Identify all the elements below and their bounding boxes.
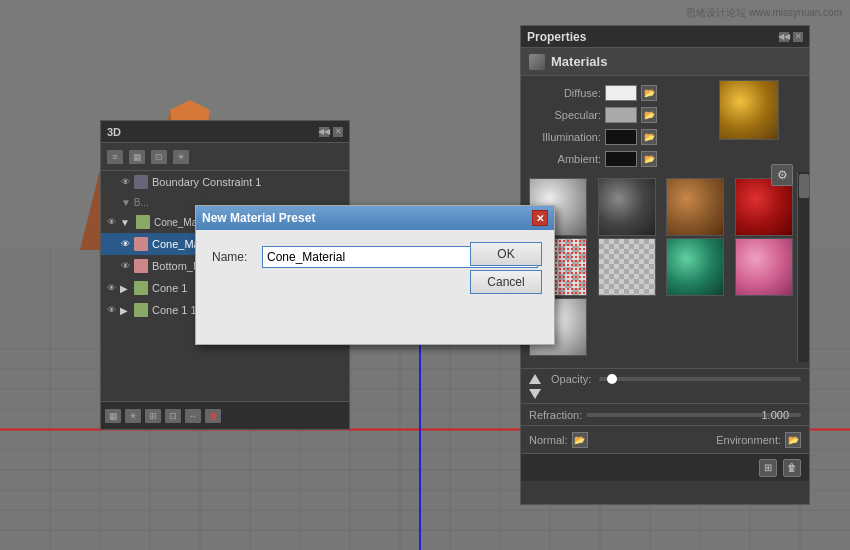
- props-close-btn[interactable]: ✕: [793, 32, 803, 42]
- opacity-section: Opacity:: [521, 368, 809, 403]
- modal-ok-btn[interactable]: OK: [470, 242, 542, 266]
- modal-name-label: Name:: [212, 250, 254, 264]
- ambient-swatch[interactable]: [605, 151, 637, 167]
- mat-cell-6[interactable]: [598, 238, 656, 296]
- normal-env-row: Normal: 📂 Environment: 📂: [521, 425, 809, 453]
- refraction-row: Refraction: 1.000: [521, 403, 809, 425]
- materials-gear-btn[interactable]: ⚙: [771, 164, 793, 186]
- mat-cell-7[interactable]: [666, 238, 724, 296]
- specular-swatch[interactable]: [605, 107, 637, 123]
- props-collapse-btn[interactable]: ◀◀: [779, 32, 789, 42]
- properties-bottom-toolbar: ⊞ 🗑: [521, 453, 809, 481]
- mat-scrollbar[interactable]: [797, 172, 809, 362]
- constraint-icon: [134, 175, 148, 189]
- list-item[interactable]: 👁 Boundary Constraint 1: [101, 171, 349, 193]
- props-icon-btn-2[interactable]: 🗑: [783, 459, 801, 477]
- cone11-label: Cone 1 1: [152, 304, 197, 316]
- mat-cell-3[interactable]: [666, 178, 724, 236]
- item-label: Boundary Constraint 1: [152, 176, 261, 188]
- properties-title: Properties: [527, 30, 586, 44]
- opacity-slider[interactable]: [599, 377, 801, 381]
- materials-title: Materials: [551, 54, 607, 69]
- mat-eye-icon[interactable]: 👁: [121, 239, 130, 249]
- properties-header: Properties ◀◀ ✕: [521, 26, 809, 48]
- bottom-mat-eye[interactable]: 👁: [121, 261, 130, 271]
- panel-collapse-btn[interactable]: ◀◀: [319, 127, 329, 137]
- material-grid: [521, 172, 809, 362]
- diffuse-folder-btn[interactable]: 📂: [641, 85, 657, 101]
- ambient-folder-btn[interactable]: 📂: [641, 151, 657, 167]
- add-scene-icon[interactable]: ▦: [105, 409, 121, 423]
- diffuse-swatch[interactable]: [605, 85, 637, 101]
- modal-close-btn[interactable]: ✕: [532, 210, 548, 226]
- preview-ball: [719, 80, 779, 140]
- modal-buttons: OK Cancel: [470, 242, 542, 294]
- props-header-controls: ◀◀ ✕: [779, 32, 803, 42]
- add-mesh-icon[interactable]: ⊞: [145, 409, 161, 423]
- opacity-triangle-down[interactable]: [529, 389, 541, 399]
- cone1-eye[interactable]: 👁: [107, 283, 116, 293]
- mat-pink: [736, 239, 792, 295]
- specular-folder-btn[interactable]: 📂: [641, 107, 657, 123]
- eye-icon[interactable]: 👁: [107, 217, 116, 227]
- illumination-swatch[interactable]: [605, 129, 637, 145]
- illumination-folder-btn[interactable]: 📂: [641, 129, 657, 145]
- environment-label: Environment:: [716, 434, 781, 446]
- illumination-label: Illumination:: [529, 131, 601, 143]
- panel-3d-bottom-toolbar: ▦ ☀ ⊞ ⊡ ↔ 🗑: [101, 401, 349, 429]
- cone11-eye[interactable]: 👁: [107, 305, 116, 315]
- refraction-value: 1.000: [761, 409, 789, 421]
- env-folder-btn[interactable]: 📂: [785, 432, 801, 448]
- cone-icon: [136, 215, 150, 229]
- materials-section-header: Materials: [521, 48, 809, 76]
- diffuse-label: Diffuse:: [529, 87, 601, 99]
- mat-wood: [667, 179, 723, 235]
- materials-icon: [529, 54, 545, 70]
- cone1-icon: [134, 281, 148, 295]
- delete-icon[interactable]: 🗑: [205, 409, 221, 423]
- ambient-row: Ambient: 📂: [521, 148, 809, 170]
- ambient-label: Ambient:: [529, 153, 601, 165]
- panel-3d-toolbar: ≡ ▦ ⊡ ☀: [101, 143, 349, 171]
- cone1-label: Cone 1: [152, 282, 187, 294]
- list-view-icon[interactable]: ≡: [107, 150, 123, 164]
- filter-icon[interactable]: ⊡: [151, 150, 167, 164]
- mat-checker: [599, 239, 655, 295]
- mat-dark: [599, 179, 655, 235]
- add-light-icon[interactable]: ☀: [125, 409, 141, 423]
- opacity-row: Opacity:: [529, 373, 801, 385]
- panel-close-btn[interactable]: ✕: [333, 127, 343, 137]
- mat-cell-2[interactable]: [598, 178, 656, 236]
- constraint-icon-btn[interactable]: ↔: [185, 409, 201, 423]
- mat-green: [667, 239, 723, 295]
- props-icon-btn-1[interactable]: ⊞: [759, 459, 777, 477]
- visibility-toggle[interactable]: 👁: [121, 177, 130, 187]
- light-icon[interactable]: ☀: [173, 150, 189, 164]
- mat-cell-8[interactable]: [735, 238, 793, 296]
- opacity-label: Opacity:: [551, 373, 591, 385]
- modal-title-bar: New Material Preset ✕: [196, 206, 554, 230]
- watermark: 思绪设计论坛 www.missynuan.com: [686, 6, 842, 20]
- refraction-label: Refraction:: [529, 409, 582, 421]
- normal-label: Normal:: [529, 434, 568, 446]
- mat-red: [736, 179, 792, 235]
- gear-area: ⚙: [771, 164, 793, 186]
- normal-folder-btn[interactable]: 📂: [572, 432, 588, 448]
- specular-label: Specular:: [529, 109, 601, 121]
- opacity-thumb: [607, 374, 617, 384]
- material-icon: [134, 237, 148, 251]
- modal-title: New Material Preset: [202, 211, 315, 225]
- bottom-material-icon: [134, 259, 148, 273]
- cone11-icon: [134, 303, 148, 317]
- opacity-row-2: [529, 389, 801, 399]
- panel-3d-header: 3D ◀◀ ✕: [101, 121, 349, 143]
- align-icon[interactable]: ⊡: [165, 409, 181, 423]
- opacity-triangle-up[interactable]: [529, 374, 541, 384]
- grid-view-icon[interactable]: ▦: [129, 150, 145, 164]
- mat-scrollbar-thumb: [799, 174, 809, 198]
- modal-dialog: New Material Preset ✕ Name: OK Cancel: [195, 205, 555, 345]
- mat-cell-4[interactable]: [735, 178, 793, 236]
- modal-cancel-btn[interactable]: Cancel: [470, 270, 542, 294]
- properties-body: Diffuse: 📂 Specular: 📂 Illumination: 📂 A…: [521, 76, 809, 368]
- panel-properties: Properties ◀◀ ✕ Materials Diffuse: 📂 Spe…: [520, 25, 810, 505]
